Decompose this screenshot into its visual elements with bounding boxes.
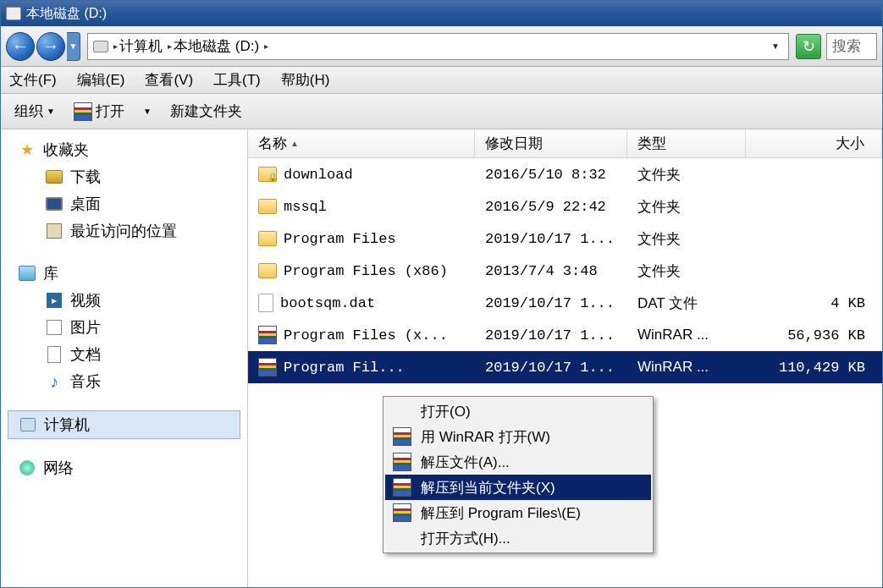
nav-computer[interactable]: 计算机 — [8, 410, 240, 439]
winrar-icon — [393, 453, 411, 471]
favorites-header[interactable]: ★ 收藏夹 — [8, 136, 240, 163]
file-name: Program Files — [284, 231, 396, 247]
cell-name: download — [258, 167, 475, 183]
music-icon: ♪ — [45, 372, 63, 391]
col-size-label: 大小 — [836, 134, 864, 153]
nav-music[interactable]: ♪ 音乐 — [8, 368, 240, 395]
desktop-icon — [45, 195, 63, 213]
search-placeholder: 搜索 — [832, 36, 861, 56]
nav-toolbar: ← → ▼ ▸ 计算机 ▸ 本地磁盘 (D:) ▸ ▼ ↻ 搜索 — [1, 26, 882, 67]
col-date[interactable]: 修改日期 — [475, 129, 627, 157]
library-icon — [18, 264, 36, 283]
menu-edit[interactable]: 编辑(E) — [77, 70, 125, 90]
col-size[interactable]: 大小 — [746, 129, 882, 157]
drive-icon — [6, 7, 21, 20]
nav-documents[interactable]: 文档 — [8, 341, 240, 368]
ctx-extract-files[interactable]: 解压文件(A)... — [385, 449, 651, 475]
cell-date: 2019/10/17 1... — [475, 327, 627, 343]
ctx-label: 用 WinRAR 打开(W) — [421, 427, 550, 447]
nav-label: 下载 — [70, 167, 101, 187]
nav-label: 文档 — [70, 344, 101, 365]
address-bar[interactable]: ▸ 计算机 ▸ 本地磁盘 (D:) ▸ ▼ — [87, 33, 789, 60]
ctx-open-with[interactable]: 打开方式(H)... — [385, 525, 651, 551]
ctx-extract-to[interactable]: 解压到 Program Files\(E) — [385, 500, 651, 525]
network-icon — [18, 459, 36, 477]
ctx-open-label: 打开(O) — [421, 402, 471, 421]
file-row[interactable]: mssql2016/5/9 22:42文件夹 — [248, 190, 882, 223]
ctx-label: 解压文件(A)... — [421, 453, 510, 472]
command-bar: 组织 ▼ 打开 ▼ 新建文件夹 — [1, 94, 882, 129]
folder-locked-icon — [258, 167, 277, 182]
file-row[interactable]: Program Fil...2019/10/17 1...WinRAR ...1… — [248, 351, 882, 383]
address-seg-text: 本地磁盘 (D:) — [174, 36, 259, 56]
new-folder-label: 新建文件夹 — [170, 102, 242, 121]
menu-view[interactable]: 查看(V) — [145, 70, 193, 90]
navigation-pane: ★ 收藏夹 下载 桌面 最近访问的位置 — [1, 129, 248, 587]
menu-file[interactable]: 文件(F) — [9, 70, 57, 90]
network-group: 网络 — [8, 454, 240, 481]
nav-pictures[interactable]: 图片 — [8, 314, 240, 341]
menu-bar: 文件(F) 编辑(E) 查看(V) 工具(T) 帮助(H) — [1, 67, 882, 94]
file-row[interactable]: Program Files (x86)2013/7/4 3:48文件夹 — [248, 255, 882, 287]
nav-label: 计算机 — [44, 415, 90, 435]
favorites-label: 收藏夹 — [43, 140, 89, 160]
nav-desktop[interactable]: 桌面 — [8, 190, 240, 217]
col-type[interactable]: 类型 — [627, 129, 746, 157]
libraries-header[interactable]: 库 — [8, 260, 240, 287]
ctx-open[interactable]: 打开(O) — [385, 398, 651, 424]
file-row[interactable]: bootsqm.dat2019/10/17 1...DAT 文件4 KB — [248, 287, 882, 319]
picture-icon — [45, 318, 63, 337]
computer-icon — [19, 415, 37, 434]
context-menu: 打开(O) 用 WinRAR 打开(W) 解压文件(A)... 解压到当前文件夹… — [383, 396, 654, 553]
titlebar: 本地磁盘 (D:) — [1, 1, 882, 26]
address-dropdown[interactable]: ▼ — [768, 41, 783, 51]
ctx-label: 打开方式(H)... — [421, 529, 510, 548]
recent-icon — [45, 222, 63, 240]
ctx-label: 解压到 Program Files\(E) — [421, 503, 581, 523]
cell-type: 文件夹 — [627, 229, 746, 249]
open-dropdown[interactable]: ▼ — [138, 103, 157, 119]
nav-label: 最近访问的位置 — [70, 221, 177, 241]
address-segment-drive[interactable]: ▸ 本地磁盘 (D:) — [168, 36, 259, 56]
nav-network[interactable]: 网络 — [8, 454, 240, 481]
sort-ascending-icon: ▲ — [290, 139, 299, 148]
nav-history-dropdown[interactable]: ▼ — [67, 32, 80, 61]
ctx-extract-here[interactable]: 解压到当前文件夹(X) — [385, 475, 651, 500]
nav-recent[interactable]: 最近访问的位置 — [8, 217, 240, 245]
cell-name: Program Files — [258, 231, 475, 247]
back-button[interactable]: ← — [6, 32, 35, 61]
chevron-down-icon: ▼ — [143, 107, 152, 116]
address-segment-tail[interactable]: ▸ — [264, 41, 268, 51]
organize-button[interactable]: 组织 ▼ — [9, 98, 60, 124]
ctx-open-with-winrar[interactable]: 用 WinRAR 打开(W) — [385, 424, 651, 449]
menu-help[interactable]: 帮助(H) — [281, 70, 330, 90]
nav-videos[interactable]: ▸ 视频 — [8, 287, 240, 314]
refresh-button[interactable]: ↻ — [796, 34, 821, 59]
open-button[interactable]: 打开 — [69, 98, 130, 124]
ctx-gutter — [390, 427, 414, 446]
chevron-down-icon: ▼ — [47, 107, 55, 116]
file-icon — [258, 294, 273, 312]
open-label: 打开 — [96, 102, 124, 121]
ctx-gutter — [390, 503, 414, 522]
menu-tools[interactable]: 工具(T) — [213, 70, 261, 90]
file-row[interactable]: Program Files2019/10/17 1...文件夹 — [248, 223, 882, 255]
document-icon — [45, 345, 63, 364]
file-row[interactable]: download2016/5/10 8:32文件夹 — [248, 158, 882, 190]
file-name: mssql — [284, 199, 327, 215]
libraries-label: 库 — [43, 263, 58, 283]
folder-icon — [258, 263, 277, 278]
winrar-icon — [393, 503, 411, 522]
forward-button[interactable]: → — [36, 32, 65, 61]
nav-downloads[interactable]: 下载 — [8, 163, 240, 190]
address-segment-computer[interactable]: ▸ 计算机 — [113, 36, 163, 56]
search-box[interactable]: 搜索 — [826, 33, 877, 60]
col-name[interactable]: 名称 ▲ — [248, 129, 475, 157]
new-folder-button[interactable]: 新建文件夹 — [165, 98, 247, 124]
address-drive-icon — [93, 41, 108, 52]
nav-label: 桌面 — [70, 194, 101, 214]
file-row[interactable]: Program Files (x...2019/10/17 1...WinRAR… — [248, 319, 882, 351]
winrar-icon — [393, 478, 411, 497]
cell-date: 2019/10/17 1... — [475, 295, 627, 311]
cell-type: 文件夹 — [627, 197, 746, 217]
